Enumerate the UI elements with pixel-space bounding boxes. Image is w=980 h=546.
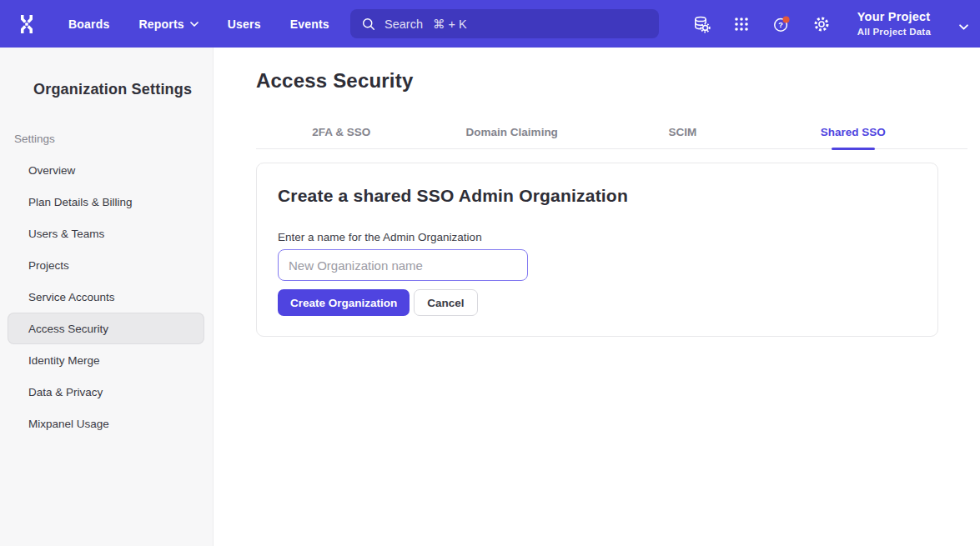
nav-boards-label: Boards xyxy=(68,18,109,31)
navbar-right: ? Your Project All Project Data xyxy=(692,0,968,48)
chevron-down-icon xyxy=(190,22,199,27)
search-shortcut-hint: ⌘ + K xyxy=(433,18,467,31)
sidebar-item-identity-merge[interactable]: Identity Merge xyxy=(8,344,204,376)
org-name-input[interactable] xyxy=(278,249,528,281)
help-icon[interactable]: ? xyxy=(772,15,791,33)
sidebar-item-projects[interactable]: Projects xyxy=(8,249,204,281)
app-window: Boards Reports Users Events Search ⌘ + K xyxy=(0,0,980,546)
tab-shared-sso[interactable]: Shared SSO xyxy=(768,121,939,149)
sidebar-title: Organization Settings xyxy=(33,81,213,98)
tab-scim-label: SCIM xyxy=(668,126,696,138)
nav-reports-label: Reports xyxy=(138,18,183,31)
sidebar-nav: Overview Plan Details & Billing Users & … xyxy=(0,154,213,439)
tab-2fa-sso[interactable]: 2FA & SSO xyxy=(256,121,427,149)
svg-text:?: ? xyxy=(778,21,783,29)
sidebar-item-mixpanel-usage[interactable]: Mixpanel Usage xyxy=(8,408,204,439)
sidebar-item-plan-details-billing[interactable]: Plan Details & Billing xyxy=(8,186,204,218)
tab-bar-inner: 2FA & SSO Domain Claiming SCIM Shared SS… xyxy=(256,121,938,149)
org-name-label: Enter a name for the Admin Organization xyxy=(278,231,917,243)
sidebar-item-users-teams[interactable]: Users & Teams xyxy=(8,218,204,249)
sidebar-item-data-privacy[interactable]: Data & Privacy xyxy=(8,376,204,408)
active-tab-underline xyxy=(832,148,875,151)
nav-boards[interactable]: Boards xyxy=(68,18,109,31)
nav-users[interactable]: Users xyxy=(228,18,261,31)
sidebar-item-service-accounts[interactable]: Service Accounts xyxy=(8,281,204,313)
search-placeholder: Search xyxy=(384,18,423,31)
tab-domain-claiming-label: Domain Claiming xyxy=(466,126,558,138)
sidebar-section-label: Settings xyxy=(14,133,213,145)
main-content: Access Security 2FA & SSO Domain Claimin… xyxy=(214,48,980,546)
shared-sso-card: Create a shared SSO Admin Organization E… xyxy=(256,163,938,337)
apps-grid-icon[interactable] xyxy=(732,15,751,33)
cancel-button[interactable]: Cancel xyxy=(414,289,477,316)
primary-nav: Boards Reports Users Events xyxy=(68,18,329,31)
nav-events-label: Events xyxy=(290,18,329,31)
page-title: Access Security xyxy=(256,69,980,93)
nav-users-label: Users xyxy=(228,18,261,31)
card-actions: Create Organization Cancel xyxy=(278,289,917,316)
project-data-scope: All Project Data xyxy=(857,28,931,38)
project-name: Your Project xyxy=(857,11,931,23)
sidebar-item-access-security[interactable]: Access Security xyxy=(8,313,204,344)
tab-2fa-sso-label: 2FA & SSO xyxy=(312,126,370,138)
project-switcher[interactable]: Your Project All Project Data xyxy=(857,11,931,37)
sidebar-item-overview[interactable]: Overview xyxy=(8,154,204,186)
create-organization-button[interactable]: Create Organization xyxy=(278,289,410,316)
nav-reports[interactable]: Reports xyxy=(138,18,198,31)
tab-shared-sso-label: Shared SSO xyxy=(821,126,886,138)
top-navbar: Boards Reports Users Events Search ⌘ + K xyxy=(0,0,980,48)
settings-gear-icon[interactable] xyxy=(812,15,831,33)
sidebar: Organization Settings Settings Overview … xyxy=(0,48,214,546)
tab-scim[interactable]: SCIM xyxy=(597,121,768,149)
mixpanel-logo-icon[interactable] xyxy=(15,10,40,38)
tab-bar: 2FA & SSO Domain Claiming SCIM Shared SS… xyxy=(256,121,967,149)
nav-events[interactable]: Events xyxy=(290,18,329,31)
search-icon xyxy=(361,17,376,32)
data-management-icon[interactable] xyxy=(692,15,711,33)
tab-domain-claiming[interactable]: Domain Claiming xyxy=(427,121,598,149)
search-input[interactable]: Search ⌘ + K xyxy=(350,9,659,38)
chevron-down-icon[interactable] xyxy=(959,24,968,30)
alert-dot xyxy=(782,16,789,23)
navbar-left: Boards Reports Users Events xyxy=(0,10,329,38)
card-heading: Create a shared SSO Admin Organization xyxy=(278,186,917,206)
